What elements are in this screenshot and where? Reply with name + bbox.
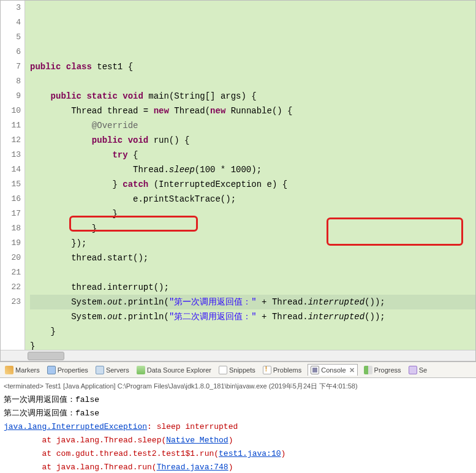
line-number[interactable]: 16	[1, 192, 21, 206]
code-line[interactable]: }	[30, 339, 475, 350]
exception-type[interactable]: java.lang.InterruptedException	[4, 422, 147, 431]
progress-icon	[364, 366, 372, 374]
code-line[interactable]: public static void main(String[] args) {	[30, 89, 475, 104]
code-line[interactable]: public class test1 {	[30, 59, 475, 74]
code-line[interactable]: public void run() {	[30, 133, 475, 148]
code-line[interactable]: @Override	[30, 118, 475, 133]
code-line[interactable]	[30, 265, 475, 280]
line-number[interactable]: 6	[1, 45, 21, 59]
console-icon	[311, 366, 319, 374]
line-number[interactable]: 18	[1, 221, 21, 236]
line-number[interactable]: 17	[1, 206, 21, 221]
tab-label: Servers	[106, 366, 129, 374]
code-line[interactable]: System.out.println("第一次调用返回值：" + Thread.…	[30, 295, 475, 309]
console-output[interactable]: 第一次调用返回值：false 第二次调用返回值：false java.lang.…	[4, 393, 472, 473]
tab-problems[interactable]: Problems	[262, 365, 303, 376]
code-line[interactable]: thread.start();	[30, 251, 475, 265]
line-number[interactable]: 23	[1, 295, 21, 309]
code-line[interactable]: e.printStackTrace();	[30, 192, 475, 206]
stack-frame-prefix: at java.lang.Thread.run(	[4, 463, 157, 472]
code-line[interactable]: }	[30, 221, 475, 236]
stack-frame-prefix: at com.gdut.thread.test2.test1$1.run(	[4, 449, 219, 458]
code-line[interactable]: Thread thread = new Thread(new Runnable(…	[30, 104, 475, 118]
scrollbar-thumb[interactable]	[28, 352, 64, 360]
line-number[interactable]: 5	[1, 30, 21, 45]
stack-frame-suffix: )	[229, 436, 233, 445]
line-number[interactable]: 3	[1, 1, 21, 15]
code-line[interactable]: thread.interrupt();	[30, 280, 475, 295]
tab-label: Markers	[15, 366, 40, 374]
close-icon[interactable]: ✕	[349, 366, 355, 374]
servers-icon	[96, 366, 104, 374]
console-line: 第一次调用返回值：false	[4, 395, 99, 404]
line-number[interactable]: 8	[1, 74, 21, 89]
tab-label: Se	[419, 366, 427, 374]
tab-properties[interactable]: Properties	[46, 365, 89, 376]
line-number[interactable]: 13	[1, 148, 21, 162]
code-line[interactable]: try {	[30, 148, 475, 162]
snippets-icon	[219, 366, 227, 374]
code-line[interactable]: }	[30, 324, 475, 339]
console-process-header: <terminated> Test1 [Java Application] C:…	[4, 380, 472, 393]
line-number[interactable]: 21	[1, 265, 21, 280]
tab-label: Data Source Explorer	[147, 366, 211, 374]
code-line[interactable]: }	[30, 206, 475, 221]
stack-frame-suffix: )	[229, 463, 233, 472]
code-line[interactable]: System.out.println("第二次调用返回值：" + Thread.…	[30, 309, 475, 324]
line-number[interactable]: 4	[1, 15, 21, 30]
console-view: <terminated> Test1 [Java Application] C:…	[0, 378, 476, 473]
line-number[interactable]: 10	[1, 104, 21, 118]
exception-message: : sleep interrupted	[147, 422, 238, 431]
stack-frame-link[interactable]: Native Method	[166, 436, 228, 445]
tab-label: Snippets	[229, 366, 255, 374]
stack-frame-link[interactable]: Thread.java:748	[157, 463, 229, 472]
tab-snippets[interactable]: Snippets	[217, 365, 257, 376]
code-line[interactable]: Thread.sleep(100 * 1000);	[30, 162, 475, 177]
line-number[interactable]: 19	[1, 236, 21, 251]
stack-frame-suffix: )	[281, 449, 285, 458]
code-line[interactable]	[30, 74, 475, 89]
problems-icon	[263, 366, 271, 374]
tab-data-source-explorer[interactable]: Data Source Explorer	[135, 365, 213, 376]
database-icon	[137, 366, 145, 374]
tab-servers[interactable]: Servers	[94, 365, 130, 376]
tab-markers[interactable]: Markers	[4, 365, 41, 376]
tab-console[interactable]: Console✕	[308, 364, 357, 376]
stack-frame-link[interactable]: test1.java:10	[219, 449, 281, 458]
line-number[interactable]: 9	[1, 89, 21, 104]
tab-label: Properties	[58, 366, 88, 374]
line-number[interactable]: 12	[1, 133, 21, 148]
stack-frame-prefix: at java.lang.Thread.sleep(	[4, 436, 166, 445]
code-editor-pane: 34567891011121314151617181920212223 publ…	[0, 0, 476, 361]
properties-icon	[47, 366, 56, 374]
line-number[interactable]: 20	[1, 251, 21, 265]
horizontal-scrollbar[interactable]	[1, 350, 475, 361]
line-number-gutter[interactable]: 34567891011121314151617181920212223	[1, 1, 25, 350]
tab-progress[interactable]: Progress	[363, 365, 402, 376]
code-line[interactable]: });	[30, 236, 475, 251]
line-number[interactable]: 14	[1, 162, 21, 177]
tab-label: Problems	[273, 366, 301, 374]
code-line[interactable]: } catch (InterruptedException e) {	[30, 177, 475, 192]
line-number[interactable]: 22	[1, 280, 21, 295]
line-number[interactable]: 7	[1, 59, 21, 74]
tab-search[interactable]: Se	[407, 365, 428, 376]
console-line: 第二次调用返回值：false	[4, 409, 99, 418]
tab-label: Progress	[374, 366, 401, 374]
tab-label: Console	[321, 366, 346, 374]
search-icon	[409, 366, 417, 374]
line-number[interactable]: 11	[1, 118, 21, 133]
code-area: 34567891011121314151617181920212223 publ…	[1, 1, 475, 350]
bottom-views-tabbar: Markers Properties Servers Data Source E…	[0, 361, 476, 378]
markers-icon	[5, 366, 13, 374]
code-content[interactable]: public class test1 { public static void …	[25, 1, 475, 350]
line-number[interactable]: 15	[1, 177, 21, 192]
